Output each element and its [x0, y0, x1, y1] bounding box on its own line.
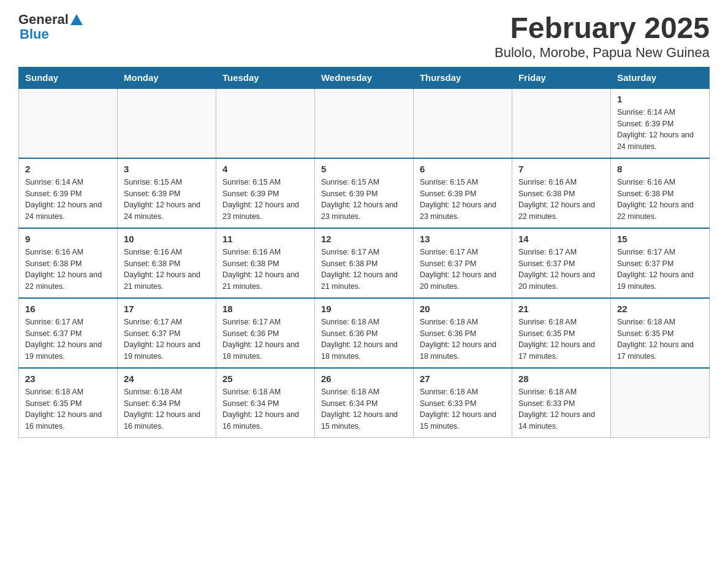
calendar-cell: 16Sunrise: 6:17 AM Sunset: 6:37 PM Dayli… [19, 298, 118, 368]
day-number: 3 [124, 164, 210, 174]
day-info: Sunrise: 6:18 AM Sunset: 6:33 PM Dayligh… [420, 386, 506, 432]
calendar-cell: 21Sunrise: 6:18 AM Sunset: 6:35 PM Dayli… [512, 298, 610, 368]
calendar-cell: 5Sunrise: 6:15 AM Sunset: 6:39 PM Daylig… [314, 158, 413, 228]
calendar-cell [117, 88, 216, 158]
calendar-day-header: Friday [512, 67, 610, 88]
day-info: Sunrise: 6:15 AM Sunset: 6:39 PM Dayligh… [420, 177, 506, 223]
day-number: 28 [518, 373, 604, 384]
day-info: Sunrise: 6:17 AM Sunset: 6:36 PM Dayligh… [222, 316, 308, 362]
calendar-cell [216, 88, 314, 158]
title-block: February 2025 Bulolo, Morobe, Papua New … [495, 12, 710, 61]
calendar-cell: 25Sunrise: 6:18 AM Sunset: 6:34 PM Dayli… [216, 368, 314, 438]
calendar-cell: 27Sunrise: 6:18 AM Sunset: 6:33 PM Dayli… [413, 368, 512, 438]
day-info: Sunrise: 6:16 AM Sunset: 6:38 PM Dayligh… [518, 177, 604, 223]
day-info: Sunrise: 6:15 AM Sunset: 6:39 PM Dayligh… [321, 177, 407, 223]
calendar-cell: 9Sunrise: 6:16 AM Sunset: 6:38 PM Daylig… [19, 228, 118, 298]
calendar-cell: 6Sunrise: 6:15 AM Sunset: 6:39 PM Daylig… [413, 158, 512, 228]
day-info: Sunrise: 6:16 AM Sunset: 6:38 PM Dayligh… [25, 247, 111, 293]
calendar-week-row: 1Sunrise: 6:14 AM Sunset: 6:39 PM Daylig… [19, 88, 710, 158]
page-subtitle: Bulolo, Morobe, Papua New Guinea [495, 45, 710, 61]
calendar-week-row: 9Sunrise: 6:16 AM Sunset: 6:38 PM Daylig… [19, 228, 710, 298]
day-number: 16 [25, 304, 111, 314]
day-number: 4 [222, 164, 308, 174]
calendar-cell [19, 88, 118, 158]
day-info: Sunrise: 6:16 AM Sunset: 6:38 PM Dayligh… [222, 247, 308, 293]
day-info: Sunrise: 6:15 AM Sunset: 6:39 PM Dayligh… [124, 177, 210, 223]
page-header: General Blue February 2025 Bulolo, Morob… [18, 12, 710, 61]
calendar-cell: 26Sunrise: 6:18 AM Sunset: 6:34 PM Dayli… [314, 368, 413, 438]
day-info: Sunrise: 6:18 AM Sunset: 6:35 PM Dayligh… [25, 386, 111, 432]
calendar-day-header: Wednesday [314, 67, 413, 88]
calendar-table: SundayMondayTuesdayWednesdayThursdayFrid… [18, 67, 710, 438]
day-number: 18 [222, 304, 308, 314]
day-number: 21 [518, 304, 604, 314]
day-number: 9 [25, 234, 111, 244]
calendar-day-header: Saturday [610, 67, 709, 88]
calendar-cell [512, 88, 610, 158]
calendar-cell [610, 368, 709, 438]
day-info: Sunrise: 6:16 AM Sunset: 6:38 PM Dayligh… [617, 177, 703, 223]
calendar-cell: 14Sunrise: 6:17 AM Sunset: 6:37 PM Dayli… [512, 228, 610, 298]
day-number: 19 [321, 304, 407, 314]
calendar-cell: 7Sunrise: 6:16 AM Sunset: 6:38 PM Daylig… [512, 158, 610, 228]
calendar-day-header: Monday [117, 67, 216, 88]
day-info: Sunrise: 6:15 AM Sunset: 6:39 PM Dayligh… [222, 177, 308, 223]
day-number: 23 [25, 373, 111, 384]
calendar-week-row: 16Sunrise: 6:17 AM Sunset: 6:37 PM Dayli… [19, 298, 710, 368]
day-number: 6 [420, 164, 506, 174]
calendar-cell: 23Sunrise: 6:18 AM Sunset: 6:35 PM Dayli… [19, 368, 118, 438]
day-info: Sunrise: 6:18 AM Sunset: 6:34 PM Dayligh… [124, 386, 210, 432]
day-info: Sunrise: 6:14 AM Sunset: 6:39 PM Dayligh… [617, 107, 703, 153]
calendar-cell [314, 88, 413, 158]
page-title: February 2025 [495, 12, 710, 45]
day-number: 15 [617, 234, 703, 244]
calendar-cell: 3Sunrise: 6:15 AM Sunset: 6:39 PM Daylig… [117, 158, 216, 228]
day-number: 26 [321, 373, 407, 384]
day-number: 1 [617, 94, 703, 104]
day-number: 25 [222, 373, 308, 384]
calendar-day-header: Tuesday [216, 67, 314, 88]
day-info: Sunrise: 6:18 AM Sunset: 6:35 PM Dayligh… [617, 316, 703, 362]
day-number: 12 [321, 234, 407, 244]
day-number: 13 [420, 234, 506, 244]
day-info: Sunrise: 6:18 AM Sunset: 6:33 PM Dayligh… [518, 386, 604, 432]
calendar-week-row: 2Sunrise: 6:14 AM Sunset: 6:39 PM Daylig… [19, 158, 710, 228]
calendar-cell: 22Sunrise: 6:18 AM Sunset: 6:35 PM Dayli… [610, 298, 709, 368]
calendar-cell: 2Sunrise: 6:14 AM Sunset: 6:39 PM Daylig… [19, 158, 118, 228]
logo-general: General [18, 12, 69, 27]
day-number: 27 [420, 373, 506, 384]
day-number: 10 [124, 234, 210, 244]
calendar-cell: 1Sunrise: 6:14 AM Sunset: 6:39 PM Daylig… [610, 88, 709, 158]
day-number: 17 [124, 304, 210, 314]
calendar-cell: 28Sunrise: 6:18 AM Sunset: 6:33 PM Dayli… [512, 368, 610, 438]
day-info: Sunrise: 6:17 AM Sunset: 6:37 PM Dayligh… [518, 247, 604, 293]
calendar-week-row: 23Sunrise: 6:18 AM Sunset: 6:35 PM Dayli… [19, 368, 710, 438]
day-info: Sunrise: 6:17 AM Sunset: 6:37 PM Dayligh… [420, 247, 506, 293]
calendar-cell: 8Sunrise: 6:16 AM Sunset: 6:38 PM Daylig… [610, 158, 709, 228]
day-info: Sunrise: 6:18 AM Sunset: 6:35 PM Dayligh… [518, 316, 604, 362]
calendar-cell [413, 88, 512, 158]
day-number: 11 [222, 234, 308, 244]
day-number: 24 [124, 373, 210, 384]
calendar-cell: 13Sunrise: 6:17 AM Sunset: 6:37 PM Dayli… [413, 228, 512, 298]
calendar-cell: 20Sunrise: 6:18 AM Sunset: 6:36 PM Dayli… [413, 298, 512, 368]
day-info: Sunrise: 6:18 AM Sunset: 6:34 PM Dayligh… [321, 386, 407, 432]
day-info: Sunrise: 6:18 AM Sunset: 6:36 PM Dayligh… [321, 316, 407, 362]
day-info: Sunrise: 6:17 AM Sunset: 6:38 PM Dayligh… [321, 247, 407, 293]
day-number: 7 [518, 164, 604, 174]
calendar-cell: 15Sunrise: 6:17 AM Sunset: 6:37 PM Dayli… [610, 228, 709, 298]
calendar-cell: 10Sunrise: 6:16 AM Sunset: 6:38 PM Dayli… [117, 228, 216, 298]
logo: General Blue [18, 12, 83, 42]
calendar-day-header: Thursday [413, 67, 512, 88]
day-number: 2 [25, 164, 111, 174]
day-info: Sunrise: 6:17 AM Sunset: 6:37 PM Dayligh… [25, 316, 111, 362]
day-info: Sunrise: 6:16 AM Sunset: 6:38 PM Dayligh… [124, 247, 210, 293]
day-number: 8 [617, 164, 703, 174]
calendar-cell: 4Sunrise: 6:15 AM Sunset: 6:39 PM Daylig… [216, 158, 314, 228]
day-number: 22 [617, 304, 703, 314]
calendar-cell: 19Sunrise: 6:18 AM Sunset: 6:36 PM Dayli… [314, 298, 413, 368]
day-info: Sunrise: 6:14 AM Sunset: 6:39 PM Dayligh… [25, 177, 111, 223]
day-number: 14 [518, 234, 604, 244]
logo-blue: Blue [20, 27, 83, 42]
calendar-cell: 17Sunrise: 6:17 AM Sunset: 6:37 PM Dayli… [117, 298, 216, 368]
